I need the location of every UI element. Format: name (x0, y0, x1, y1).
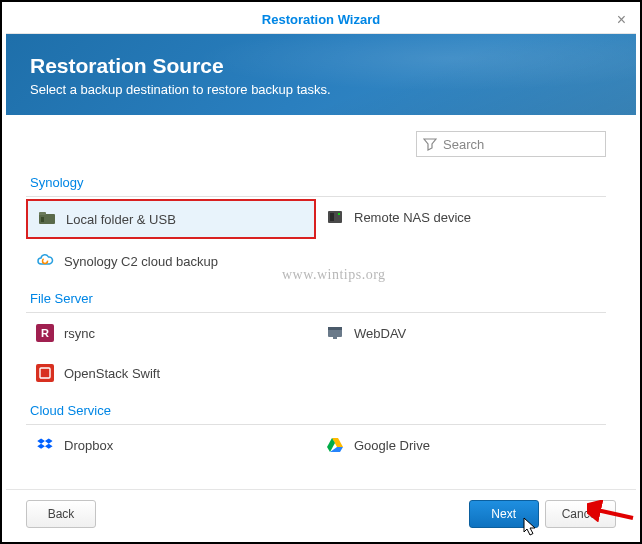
nas-remote-icon (326, 208, 344, 226)
option-label: Google Drive (354, 438, 430, 453)
option-openstack[interactable]: OpenStack Swift (26, 353, 316, 393)
svg-text:R: R (41, 327, 49, 339)
svg-rect-10 (328, 327, 342, 330)
section-header-fileserver: File Server (26, 281, 606, 313)
content-body: Search Synology Local folder & USB Remot… (6, 115, 636, 489)
section-header-cloud: Cloud Service (26, 393, 606, 425)
option-label: OpenStack Swift (64, 366, 160, 381)
option-label: Remote NAS device (354, 210, 471, 225)
option-local-folder-usb[interactable]: Local folder & USB (26, 199, 316, 239)
option-rsync[interactable]: R rsync (26, 313, 316, 353)
search-placeholder: Search (443, 137, 484, 152)
cancel-button[interactable]: Cancel (545, 500, 616, 528)
titlebar: Restoration Wizard × (6, 6, 636, 34)
close-icon[interactable]: × (617, 11, 626, 29)
back-button[interactable]: Back (26, 500, 96, 528)
dropbox-icon (36, 436, 54, 454)
option-label: Dropbox (64, 438, 113, 453)
filter-icon (423, 137, 437, 151)
rsync-icon: R (36, 324, 54, 342)
option-remote-nas[interactable]: Remote NAS device (316, 197, 606, 237)
dialog-title: Restoration Wizard (262, 12, 380, 27)
svg-rect-11 (333, 337, 337, 339)
restoration-wizard-dialog: Restoration Wizard × Restoration Source … (6, 6, 636, 538)
svg-rect-2 (41, 217, 44, 222)
option-webdav[interactable]: WebDAV (316, 313, 606, 353)
svg-point-5 (338, 213, 340, 215)
webdav-icon (326, 324, 344, 342)
openstack-icon (36, 364, 54, 382)
option-label: Synology C2 cloud backup (64, 254, 218, 269)
option-dropbox[interactable]: Dropbox (26, 425, 316, 465)
cloud-c2-icon (36, 252, 54, 270)
option-synology-c2[interactable]: Synology C2 cloud backup (26, 241, 316, 281)
section-header-synology: Synology (26, 165, 606, 197)
page-title: Restoration Source (30, 54, 612, 78)
search-input[interactable]: Search (416, 131, 606, 157)
option-google-drive[interactable]: Google Drive (316, 425, 606, 465)
next-button[interactable]: Next (469, 500, 539, 528)
svg-rect-4 (330, 213, 334, 221)
option-label: Local folder & USB (66, 212, 176, 227)
folder-nas-icon (38, 210, 56, 228)
gdrive-icon (326, 436, 344, 454)
footer: Back Next Cancel (6, 489, 636, 538)
page-subtitle: Select a backup destination to restore b… (30, 82, 612, 97)
options-scroll[interactable]: Synology Local folder & USB Remote NAS d… (26, 165, 616, 489)
option-label: WebDAV (354, 326, 406, 341)
svg-rect-1 (39, 212, 46, 215)
hero-banner: Restoration Source Select a backup desti… (6, 34, 636, 115)
option-label: rsync (64, 326, 95, 341)
svg-rect-12 (36, 364, 54, 382)
svg-point-6 (43, 259, 48, 264)
